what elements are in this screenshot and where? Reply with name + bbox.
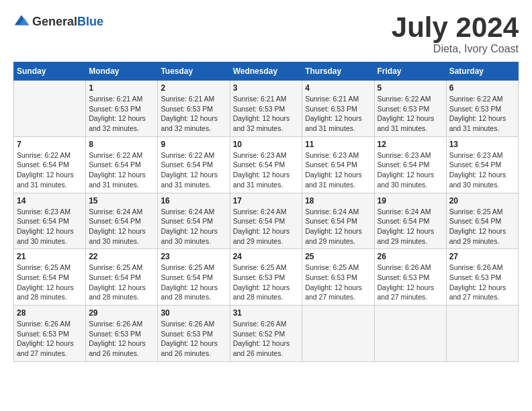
day-number: 24: [233, 252, 300, 261]
day-info: Sunrise: 6:25 AMSunset: 6:54 PMDaylight:…: [161, 263, 226, 302]
calendar-cell: 2Sunrise: 6:21 AMSunset: 6:53 PMDaylight…: [158, 81, 230, 137]
daylight-text-cont: and 30 minutes.: [161, 236, 226, 246]
daylight-text-cont: and 27 minutes.: [17, 349, 83, 359]
daylight-text-cont: and 31 minutes.: [89, 180, 154, 190]
calendar-cell: 27Sunrise: 6:26 AMSunset: 6:53 PMDayligh…: [446, 249, 518, 306]
sunrise-text: Sunrise: 6:24 AM: [305, 207, 371, 217]
day-number: 18: [305, 196, 371, 205]
calendar-cell: 1Sunrise: 6:21 AMSunset: 6:53 PMDaylight…: [86, 81, 158, 137]
calendar-cell: 10Sunrise: 6:23 AMSunset: 6:54 PMDayligh…: [230, 136, 302, 193]
day-info: Sunrise: 6:21 AMSunset: 6:53 PMDaylight:…: [233, 94, 300, 134]
day-info: Sunrise: 6:26 AMSunset: 6:53 PMDaylight:…: [449, 263, 515, 302]
day-info: Sunrise: 6:25 AMSunset: 6:54 PMDaylight:…: [89, 263, 154, 302]
sunrise-text: Sunrise: 6:21 AM: [233, 94, 300, 104]
calendar-cell: 8Sunrise: 6:22 AMSunset: 6:54 PMDaylight…: [86, 136, 158, 193]
calendar-cell: 25Sunrise: 6:25 AMSunset: 6:53 PMDayligh…: [302, 249, 374, 306]
day-info: Sunrise: 6:24 AMSunset: 6:54 PMDaylight:…: [305, 207, 371, 246]
sunset-text: Sunset: 6:53 PM: [233, 273, 300, 283]
day-number: 23: [161, 252, 226, 261]
day-info: Sunrise: 6:22 AMSunset: 6:54 PMDaylight:…: [17, 150, 83, 190]
logo-text: GeneralBlue: [32, 15, 103, 29]
calendar-cell: [446, 306, 518, 362]
day-number: 21: [17, 252, 83, 261]
sunset-text: Sunset: 6:54 PM: [161, 273, 226, 283]
daylight-text: Daylight: 12 hours: [449, 226, 515, 236]
daylight-text-cont: and 27 minutes.: [305, 292, 371, 302]
calendar-cell: 12Sunrise: 6:23 AMSunset: 6:54 PMDayligh…: [374, 136, 446, 193]
day-number: 16: [161, 196, 226, 205]
month-title: July 2024: [392, 13, 519, 42]
daylight-text: Daylight: 12 hours: [161, 170, 226, 180]
daylight-text: Daylight: 12 hours: [233, 226, 300, 236]
sunrise-text: Sunrise: 6:25 AM: [305, 263, 371, 273]
sunrise-text: Sunrise: 6:26 AM: [233, 319, 300, 329]
day-info: Sunrise: 6:23 AMSunset: 6:54 PMDaylight:…: [449, 150, 515, 190]
calendar-cell: [302, 306, 374, 362]
sunset-text: Sunset: 6:54 PM: [378, 160, 443, 170]
calendar-cell: 24Sunrise: 6:25 AMSunset: 6:53 PMDayligh…: [230, 249, 302, 306]
sunset-text: Sunset: 6:53 PM: [449, 273, 515, 283]
day-number: 20: [449, 196, 515, 205]
day-info: Sunrise: 6:23 AMSunset: 6:54 PMDaylight:…: [233, 150, 300, 190]
daylight-text-cont: and 29 minutes.: [378, 236, 443, 246]
daylight-text-cont: and 32 minutes.: [233, 124, 300, 134]
sunrise-text: Sunrise: 6:22 AM: [161, 150, 226, 161]
calendar-cell: 9Sunrise: 6:22 AMSunset: 6:54 PMDaylight…: [158, 136, 230, 193]
daylight-text: Daylight: 12 hours: [17, 338, 83, 349]
daylight-text: Daylight: 12 hours: [233, 170, 300, 180]
calendar-header-friday: Friday: [374, 62, 446, 81]
daylight-text: Daylight: 12 hours: [233, 113, 300, 124]
sunrise-text: Sunrise: 6:21 AM: [305, 94, 371, 104]
day-number: 12: [378, 140, 443, 149]
daylight-text-cont: and 30 minutes.: [89, 236, 154, 246]
calendar-cell: 30Sunrise: 6:26 AMSunset: 6:53 PMDayligh…: [158, 306, 230, 362]
sunset-text: Sunset: 6:54 PM: [305, 216, 371, 226]
day-info: Sunrise: 6:22 AMSunset: 6:53 PMDaylight:…: [449, 94, 515, 134]
sunset-text: Sunset: 6:54 PM: [89, 216, 154, 226]
location-title: Dieta, Ivory Coast: [392, 43, 519, 55]
sunrise-text: Sunrise: 6:22 AM: [17, 150, 83, 161]
calendar-header-monday: Monday: [86, 62, 158, 81]
day-number: 4: [305, 83, 371, 93]
day-number: 14: [17, 196, 83, 205]
daylight-text-cont: and 28 minutes.: [17, 292, 83, 302]
sunrise-text: Sunrise: 6:25 AM: [233, 263, 300, 273]
day-number: 11: [305, 140, 371, 149]
day-info: Sunrise: 6:26 AMSunset: 6:53 PMDaylight:…: [17, 319, 83, 359]
daylight-text: Daylight: 12 hours: [161, 226, 226, 236]
daylight-text: Daylight: 12 hours: [161, 113, 226, 124]
day-number: 30: [161, 308, 226, 318]
daylight-text: Daylight: 12 hours: [89, 170, 154, 180]
daylight-text-cont: and 27 minutes.: [378, 292, 443, 302]
calendar-cell: 26Sunrise: 6:26 AMSunset: 6:53 PMDayligh…: [374, 249, 446, 306]
daylight-text: Daylight: 12 hours: [89, 283, 154, 293]
day-info: Sunrise: 6:23 AMSunset: 6:54 PMDaylight:…: [17, 207, 83, 246]
logo-icon: [13, 13, 30, 30]
daylight-text: Daylight: 12 hours: [449, 113, 515, 124]
sunrise-text: Sunrise: 6:24 AM: [378, 207, 443, 217]
sunrise-text: Sunrise: 6:21 AM: [89, 94, 154, 104]
calendar-cell: 14Sunrise: 6:23 AMSunset: 6:54 PMDayligh…: [14, 193, 86, 249]
day-info: Sunrise: 6:26 AMSunset: 6:53 PMDaylight:…: [378, 263, 443, 302]
sunset-text: Sunset: 6:52 PM: [233, 329, 300, 339]
daylight-text-cont: and 29 minutes.: [233, 236, 300, 246]
calendar-cell: 5Sunrise: 6:22 AMSunset: 6:53 PMDaylight…: [374, 81, 446, 137]
header: GeneralBlue July 2024 Dieta, Ivory Coast: [13, 13, 519, 55]
sunset-text: Sunset: 6:53 PM: [305, 104, 371, 114]
daylight-text: Daylight: 12 hours: [305, 226, 371, 236]
daylight-text-cont: and 32 minutes.: [89, 124, 154, 134]
day-info: Sunrise: 6:25 AMSunset: 6:53 PMDaylight:…: [233, 263, 300, 302]
sunrise-text: Sunrise: 6:26 AM: [17, 319, 83, 329]
sunrise-text: Sunrise: 6:23 AM: [17, 207, 83, 217]
calendar-cell: 19Sunrise: 6:24 AMSunset: 6:54 PMDayligh…: [374, 193, 446, 249]
day-info: Sunrise: 6:23 AMSunset: 6:54 PMDaylight:…: [305, 150, 371, 190]
sunrise-text: Sunrise: 6:26 AM: [89, 319, 154, 329]
sunset-text: Sunset: 6:54 PM: [161, 216, 226, 226]
calendar-cell: 7Sunrise: 6:22 AMSunset: 6:54 PMDaylight…: [14, 136, 86, 193]
daylight-text: Daylight: 12 hours: [17, 170, 83, 180]
daylight-text-cont: and 31 minutes.: [305, 180, 371, 190]
daylight-text: Daylight: 12 hours: [378, 226, 443, 236]
day-info: Sunrise: 6:25 AMSunset: 6:54 PMDaylight:…: [449, 207, 515, 246]
sunset-text: Sunset: 6:54 PM: [17, 160, 83, 170]
daylight-text-cont: and 29 minutes.: [305, 236, 371, 246]
